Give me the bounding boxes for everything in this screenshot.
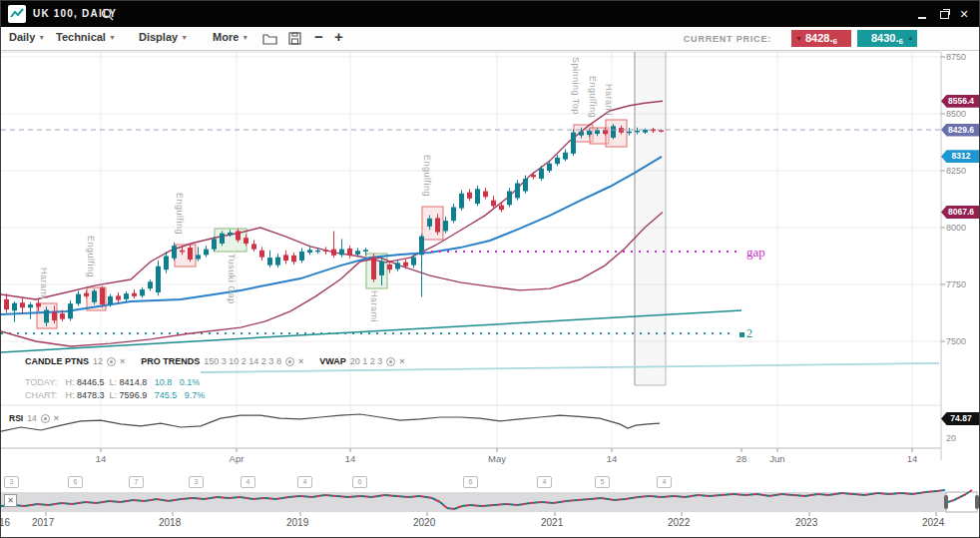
navigator-year-label: 2018	[159, 517, 181, 528]
arrow-up-icon: ▲	[907, 29, 914, 46]
menu-display[interactable]: Display▼	[139, 31, 188, 43]
price-tag: 8067.6	[941, 206, 980, 219]
y-axis-label: 8500	[946, 109, 966, 119]
x-axis-label: 28	[727, 453, 756, 464]
y-axis-label: 7750	[946, 279, 966, 289]
chart-window: UK 100, DAILY ✕ Daily▼ Technical▼ Displa…	[0, 0, 980, 538]
rsi-axis-label: 20	[946, 433, 956, 443]
close-icon[interactable]: ×	[298, 356, 303, 366]
today-stats: TODAY: H: 8446.5 L: 8414.8 10.8 0.1%	[25, 377, 200, 387]
chevron-down-icon: ▼	[38, 34, 45, 41]
x-axis-label: 14	[597, 453, 627, 464]
x-axis-label: 14	[335, 453, 365, 464]
close-icon[interactable]: ×	[120, 356, 125, 366]
save-icon[interactable]	[288, 31, 301, 49]
menu-more[interactable]: More▼	[213, 31, 248, 43]
square-marker-icon	[739, 332, 744, 337]
indicator-vwap[interactable]: VWAP20 1 2 3 ×	[319, 356, 404, 366]
sell-price-button[interactable]: ▼8428.6	[791, 30, 851, 47]
level2-annotation: 2	[739, 326, 752, 341]
menu-technical[interactable]: Technical▼	[56, 31, 116, 43]
y-axis-label: 8250	[946, 166, 966, 176]
gear-icon[interactable]	[41, 414, 50, 423]
event-badge[interactable]: 4	[537, 476, 552, 488]
indicator-candle-patterns[interactable]: CANDLE PTNS12 ×	[25, 356, 125, 366]
rsi-value-tag: 74.87	[941, 412, 980, 425]
event-badge[interactable]: 4	[241, 476, 255, 488]
gear-icon[interactable]	[386, 357, 395, 366]
event-badge[interactable]: 5	[595, 476, 610, 488]
price-tag: 8312	[941, 150, 980, 163]
search-icon[interactable]	[101, 7, 114, 25]
gear-icon[interactable]	[107, 357, 116, 366]
indicator-rsi[interactable]: RSI14 ×	[9, 413, 59, 423]
restore-button[interactable]	[937, 7, 951, 21]
navigator-year-label: 2020	[413, 517, 435, 528]
chevron-down-icon: ▼	[181, 34, 188, 41]
pattern-label: Engulfing	[175, 193, 185, 235]
y-axis-label: 8000	[946, 223, 966, 233]
chart-stats: CHART: H: 8478.3 L: 7596.9 745.5 9.7%	[25, 390, 205, 400]
close-icon[interactable]: ×	[399, 356, 404, 366]
y-axis-label: 7500	[946, 336, 966, 346]
zoom-out-button[interactable]: −	[314, 28, 323, 45]
navigator-year-label: 16	[0, 517, 10, 528]
navigator-year-label: 2019	[286, 517, 308, 528]
navigator-year-label: 2022	[668, 517, 690, 528]
event-badge[interactable]: 3	[189, 476, 204, 488]
arrow-down-icon: ▼	[795, 30, 802, 47]
y-axis-label: 8750	[946, 52, 966, 62]
close-icon[interactable]: ✕	[957, 7, 971, 21]
pattern-label: Harami	[604, 84, 614, 116]
indicator-row: CANDLE PTNS12 × PRO TRENDS150 3 10 2 14 …	[25, 356, 404, 366]
navigator-year-label: 2023	[795, 517, 817, 528]
chart-app-icon	[8, 5, 26, 23]
chevron-down-icon: ▼	[109, 34, 116, 41]
close-icon[interactable]: ×	[54, 413, 59, 423]
pattern-label: Tusuki Gap	[227, 254, 237, 304]
x-axis-label: Jun	[762, 453, 792, 464]
event-badge[interactable]: 7	[129, 476, 144, 488]
x-axis-label: May	[482, 453, 512, 464]
open-folder-icon[interactable]	[262, 31, 277, 49]
indicator-pro-trends[interactable]: PRO TRENDS150 3 10 2 14 2 3 8 ×	[141, 356, 303, 366]
menu-daily[interactable]: Daily▼	[9, 31, 45, 43]
event-badge[interactable]: 6	[352, 476, 367, 488]
x-axis-label: 14	[86, 453, 116, 464]
buy-price-button[interactable]: 8430.6▲	[857, 30, 917, 47]
pattern-label: Engulfing	[588, 76, 598, 118]
event-badge[interactable]: 4	[657, 476, 672, 488]
minimize-button[interactable]	[915, 7, 929, 21]
gear-icon[interactable]	[285, 357, 294, 366]
event-badge[interactable]: 3	[4, 476, 19, 488]
x-axis-label: 14	[897, 453, 927, 464]
pattern-label: Engulfing	[86, 236, 96, 277]
pattern-label: Harami	[39, 268, 49, 299]
navigator-close-icon[interactable]: ✕	[4, 494, 17, 507]
current-price-label: CURRENT PRICE:	[684, 34, 771, 44]
title-bar: UK 100, DAILY ✕	[1, 1, 979, 27]
chevron-down-icon: ▼	[242, 34, 248, 41]
navigator-year-label: 2024	[922, 517, 944, 528]
event-badge[interactable]: 6	[68, 476, 83, 488]
zoom-in-button[interactable]: +	[334, 28, 343, 45]
gap-annotation: gap	[746, 245, 765, 261]
x-axis-label: Apr	[222, 453, 251, 464]
toolbar: Daily▼ Technical▼ Display▼ More▼ − + CUR…	[1, 27, 979, 51]
event-badge[interactable]: 6	[463, 476, 478, 488]
navigator-year-label: 2017	[32, 517, 54, 528]
event-badge[interactable]: 4	[297, 476, 312, 488]
pattern-label: Harami	[369, 290, 379, 322]
navigator-year-label: 2021	[541, 517, 563, 528]
price-tag: 8429.6	[941, 124, 980, 137]
price-tag: 8556.4	[941, 95, 980, 108]
pattern-label: Spinning Top	[571, 57, 581, 115]
pattern-label: Engulfing	[422, 155, 432, 197]
